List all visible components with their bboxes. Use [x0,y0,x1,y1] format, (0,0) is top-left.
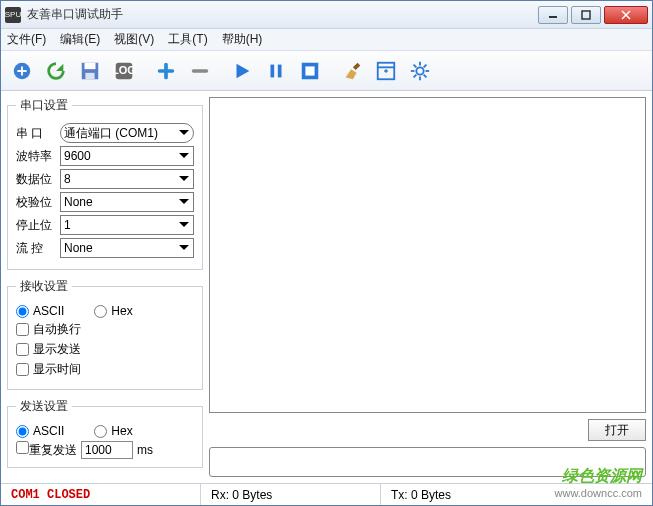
receive-settings-legend: 接收设置 [16,278,72,295]
repeat-interval-input[interactable] [81,441,133,459]
svg-line-22 [424,74,427,77]
receive-settings-group: 接收设置 ASCII Hex 自动换行 显示发送 显示时间 [7,278,203,390]
menu-file[interactable]: 文件(F) [7,31,46,48]
status-tx: Tx: 0 Bytes [381,484,642,505]
flow-select[interactable]: None [60,238,194,258]
pause-button[interactable] [261,56,291,86]
parity-select[interactable]: None [60,192,194,212]
rx-hex-radio[interactable]: Hex [94,304,132,318]
titlebar: SPU 友善串口调试助手 [1,1,652,29]
svg-line-23 [414,74,417,77]
auto-wrap-checkbox[interactable]: 自动换行 [16,321,81,338]
tx-ascii-radio[interactable]: ASCII [16,424,64,438]
databits-label: 数据位 [16,171,60,188]
app-icon: SPU [5,7,21,23]
send-settings-group: 发送设置 ASCII Hex 重复发送 ms [7,398,203,468]
statusbar: COM1 CLOSED Rx: 0 Bytes Tx: 0 Bytes [1,483,652,505]
open-port-button[interactable]: 打开 [588,419,646,441]
menu-tools[interactable]: 工具(T) [168,31,207,48]
minimize-button[interactable] [538,6,568,24]
menu-view[interactable]: 视图(V) [114,31,154,48]
status-rx: Rx: 0 Bytes [201,484,381,505]
play-button[interactable] [227,56,257,86]
svg-rect-6 [85,62,96,68]
parity-label: 校验位 [16,194,60,211]
show-time-checkbox[interactable]: 显示时间 [16,361,81,378]
svg-line-21 [414,64,417,67]
rx-ascii-radio[interactable]: ASCII [16,304,64,318]
save-button[interactable] [75,56,105,86]
receive-textarea[interactable] [209,97,646,413]
svg-rect-7 [85,72,94,78]
port-label: 串 口 [16,125,60,142]
content-area: 串口设置 串 口 通信端口 (COM1) 波特率 9600 数据位 8 校验位 … [1,91,652,483]
stop-button[interactable] [295,56,325,86]
svg-text:LOG: LOG [113,63,135,75]
tx-hex-radio[interactable]: Hex [94,424,132,438]
baud-select[interactable]: 9600 [60,146,194,166]
send-textarea[interactable] [209,447,646,477]
menubar: 文件(F) 编辑(E) 视图(V) 工具(T) 帮助(H) [1,29,652,51]
new-tab-button[interactable] [7,56,37,86]
flow-label: 流 控 [16,240,60,257]
svg-rect-10 [271,64,275,77]
stopbits-select[interactable]: 1 [60,215,194,235]
clear-button[interactable] [337,56,367,86]
send-settings-legend: 发送设置 [16,398,72,415]
menu-edit[interactable]: 编辑(E) [60,31,100,48]
show-send-checkbox[interactable]: 显示发送 [16,341,81,358]
left-panel: 串口设置 串 口 通信端口 (COM1) 波特率 9600 数据位 8 校验位 … [7,97,203,477]
window-button[interactable] [371,56,401,86]
stopbits-label: 停止位 [16,217,60,234]
refresh-button[interactable] [41,56,71,86]
status-port: COM1 CLOSED [11,484,201,505]
add-button[interactable] [151,56,181,86]
svg-rect-13 [305,66,314,75]
svg-rect-1 [582,11,590,19]
right-panel: 打开 [209,97,646,477]
svg-line-24 [424,64,427,67]
svg-rect-11 [278,64,282,77]
menu-help[interactable]: 帮助(H) [222,31,263,48]
log-button[interactable]: LOG [109,56,139,86]
serial-settings-legend: 串口设置 [16,97,72,114]
databits-select[interactable]: 8 [60,169,194,189]
toolbar: LOG [1,51,652,91]
repeat-send-checkbox[interactable]: 重复发送 [16,441,77,459]
baud-label: 波特率 [16,148,60,165]
maximize-button[interactable] [571,6,601,24]
remove-button[interactable] [185,56,215,86]
serial-settings-group: 串口设置 串 口 通信端口 (COM1) 波特率 9600 数据位 8 校验位 … [7,97,203,270]
repeat-unit-label: ms [137,443,153,457]
close-button[interactable] [604,6,648,24]
svg-point-16 [416,67,423,74]
window-title: 友善串口调试助手 [27,6,538,23]
port-select[interactable]: 通信端口 (COM1) [60,123,194,143]
settings-button[interactable] [405,56,435,86]
